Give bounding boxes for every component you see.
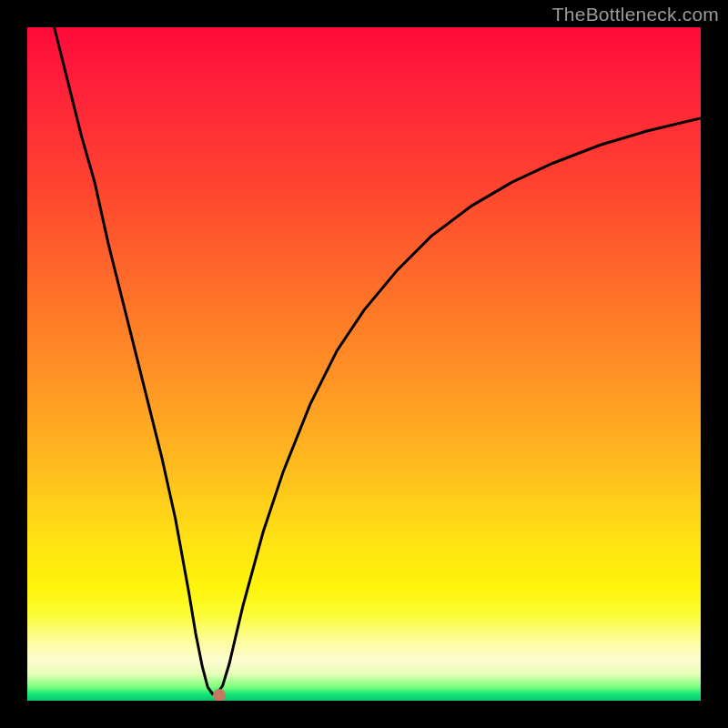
minimum-marker-dot <box>213 689 226 701</box>
watermark-text: TheBottleneck.com <box>552 4 719 25</box>
bottleneck-curve <box>55 27 701 694</box>
chart-frame: TheBottleneck.com <box>0 0 728 728</box>
plot-area <box>27 27 701 701</box>
curve-svg <box>27 27 701 701</box>
